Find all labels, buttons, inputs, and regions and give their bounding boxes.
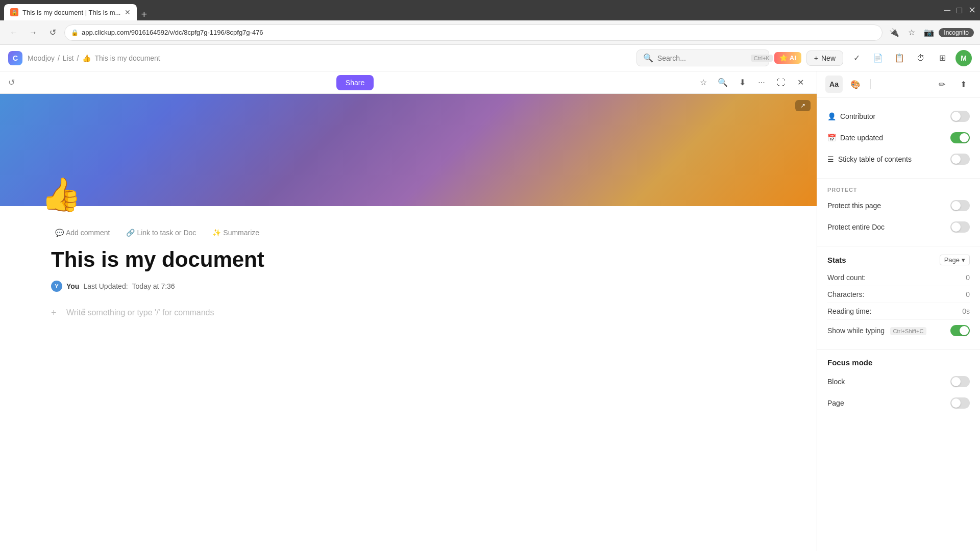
close-doc-icon[interactable]: ✕ bbox=[792, 74, 808, 91]
share-button[interactable]: Share bbox=[336, 75, 374, 90]
reading-time-value: 0s bbox=[962, 307, 970, 315]
protect-page-toggle[interactable] bbox=[950, 200, 970, 211]
ai-label: AI bbox=[790, 54, 796, 62]
download-icon[interactable]: ⬇ bbox=[734, 74, 750, 91]
search-icon: 🔍 bbox=[643, 53, 653, 63]
breadcrumb-workspace[interactable]: Moodjoy bbox=[28, 54, 55, 62]
breadcrumb-current: 👍 This is my document bbox=[82, 54, 160, 62]
more-options-icon[interactable]: ··· bbox=[753, 74, 770, 91]
notifications-icon[interactable]: ✓ bbox=[848, 50, 865, 66]
back-button[interactable]: ← bbox=[6, 25, 21, 40]
date-updated-row: 📅 Date updated bbox=[827, 127, 970, 148]
doc-toolbar-bar: ↺ Share ☆ 🔍 ⬇ ··· ⛶ ✕ bbox=[0, 71, 817, 94]
drag-handle[interactable]: ⣿ bbox=[82, 308, 86, 315]
maximize-button[interactable]: □ bbox=[957, 5, 962, 16]
stats-page-dropdown[interactable]: Page ▾ bbox=[940, 255, 970, 265]
browser-tabs: 🔒 This is my document | This is m... ✕ + bbox=[4, 0, 151, 20]
search-input[interactable] bbox=[657, 54, 747, 62]
ai-button[interactable]: ⭐ AI bbox=[774, 52, 801, 64]
calendar-icon[interactable]: 📋 bbox=[891, 50, 908, 66]
show-while-typing-row: Show while typing Ctrl+Shift+C bbox=[827, 320, 970, 341]
sidebar-tab-bar: Aa 🎨 ✏ ⬆ bbox=[817, 71, 980, 97]
characters-label: Characters: bbox=[827, 290, 864, 298]
new-button[interactable]: + New bbox=[806, 51, 843, 66]
add-comment-button[interactable]: 💬 Add comment bbox=[51, 227, 114, 239]
doc-inline-toolbar: 💬 Add comment 🔗 Link to task or Doc ✨ Su… bbox=[51, 227, 766, 239]
author-avatar: Y bbox=[51, 281, 62, 292]
doc-area: ↺ Share ☆ 🔍 ⬇ ··· ⛶ ✕ bbox=[0, 71, 817, 551]
contributor-toggle[interactable] bbox=[950, 111, 970, 122]
tab-favicon: 🔒 bbox=[10, 8, 18, 16]
last-updated-label: Last Updated: bbox=[83, 282, 128, 290]
forward-button[interactable]: → bbox=[26, 25, 41, 40]
editor-placeholder[interactable]: Write something or type '/' for commands bbox=[66, 308, 214, 317]
focus-mode-title: Focus mode bbox=[827, 358, 970, 367]
sidebar-tab-divider bbox=[870, 79, 871, 89]
minimize-button[interactable]: ─ bbox=[944, 5, 950, 16]
date-updated-text: Date updated bbox=[840, 134, 883, 142]
docs-icon[interactable]: 📄 bbox=[870, 50, 886, 66]
doc-content[interactable]: 💬 Add comment 🔗 Link to task or Doc ✨ Su… bbox=[0, 206, 817, 551]
breadcrumb: Moodjoy / List / 👍 This is my document bbox=[28, 54, 631, 62]
doc-emoji: 👍 bbox=[82, 54, 91, 62]
show-while-typing-toggle[interactable] bbox=[950, 325, 970, 336]
app-header: C Moodjoy / List / 👍 This is my document… bbox=[0, 45, 980, 71]
close-window-button[interactable]: ✕ bbox=[968, 5, 976, 16]
summarize-button[interactable]: ✨ Summarize bbox=[208, 227, 263, 239]
add-block-button[interactable]: + bbox=[51, 308, 57, 318]
browser-tab-active[interactable]: 🔒 This is my document | This is m... ✕ bbox=[4, 4, 137, 20]
forward-icon: → bbox=[29, 28, 37, 37]
show-while-typing-label: Show while typing bbox=[827, 327, 885, 335]
tab-title: This is my document | This is m... bbox=[22, 9, 120, 16]
add-comment-label: Add comment bbox=[66, 229, 110, 237]
ai-summarize-icon: ✨ bbox=[212, 229, 221, 237]
protect-doc-label: Protect entire Doc bbox=[827, 223, 885, 231]
last-updated-timestamp: Today at 7:36 bbox=[132, 282, 175, 290]
link-task-button[interactable]: 🔗 Link to task or Doc bbox=[122, 227, 200, 239]
extensions-icon[interactable]: 🔌 bbox=[887, 25, 902, 40]
protect-doc-toggle[interactable] bbox=[950, 221, 970, 233]
new-label: New bbox=[821, 54, 836, 62]
bookmark-icon[interactable]: ☆ bbox=[904, 25, 919, 40]
sticky-toc-toggle[interactable] bbox=[950, 154, 970, 165]
calendar-date-icon: 📅 bbox=[827, 134, 836, 142]
search-shortcut: Ctrl+K bbox=[751, 55, 773, 62]
user-avatar[interactable]: M bbox=[955, 50, 972, 66]
banner-action-button[interactable]: ↗ bbox=[795, 100, 811, 111]
star-icon[interactable]: ☆ bbox=[695, 74, 712, 91]
focus-block-label: Block bbox=[827, 378, 845, 386]
sidebar-tab-upload[interactable]: ⬆ bbox=[954, 76, 972, 93]
focus-block-toggle[interactable] bbox=[950, 376, 970, 387]
settings-icon[interactable]: ⏱ bbox=[913, 50, 929, 66]
sidebar-tab-edit[interactable]: ✏ bbox=[933, 76, 950, 93]
right-sidebar: Aa 🎨 ✏ ⬆ bbox=[817, 71, 980, 551]
editor-line[interactable]: + ⣿ Write something or type '/' for comm… bbox=[51, 308, 766, 317]
word-count-label: Word count: bbox=[827, 273, 866, 282]
back-icon: ← bbox=[10, 28, 18, 37]
contributor-row: 👤 Contributor bbox=[827, 106, 970, 127]
protect-page-row: Protect this page bbox=[827, 195, 970, 216]
ai-icon: ⭐ bbox=[779, 54, 788, 62]
protect-section: PROTECT Protect this page Protect entire… bbox=[817, 179, 980, 246]
undo-button[interactable]: ↺ bbox=[8, 78, 15, 87]
tab-close-button[interactable]: ✕ bbox=[125, 8, 131, 16]
global-search[interactable]: 🔍 Ctrl+K bbox=[636, 49, 769, 66]
date-updated-toggle[interactable] bbox=[950, 132, 970, 143]
date-updated-label: 📅 Date updated bbox=[827, 134, 883, 142]
grid-icon[interactable]: ⊞ bbox=[934, 50, 950, 66]
doc-meta: Y You Last Updated: Today at 7:36 bbox=[51, 281, 766, 292]
sidebar-tab-paint[interactable]: 🎨 bbox=[847, 76, 864, 93]
focus-mode-section: Focus mode Block Page bbox=[817, 350, 980, 422]
expand-icon[interactable]: ⛶ bbox=[773, 74, 789, 91]
refresh-button[interactable]: ↺ bbox=[45, 25, 60, 40]
toc-icon: ☰ bbox=[827, 155, 834, 163]
doc-title[interactable]: This is my document bbox=[51, 247, 766, 272]
sidebar-tab-text[interactable]: Aa bbox=[825, 76, 843, 93]
new-tab-button[interactable]: + bbox=[137, 9, 151, 20]
address-bar[interactable]: 🔒 app.clickup.com/9016164592/v/dc/8cpfg7… bbox=[64, 24, 883, 41]
screenshot-icon[interactable]: 📷 bbox=[921, 25, 937, 40]
show-shortcut-badge: Ctrl+Shift+C bbox=[890, 327, 927, 335]
search-doc-icon[interactable]: 🔍 bbox=[715, 74, 731, 91]
breadcrumb-list[interactable]: List bbox=[63, 54, 74, 62]
focus-page-toggle[interactable] bbox=[950, 397, 970, 409]
